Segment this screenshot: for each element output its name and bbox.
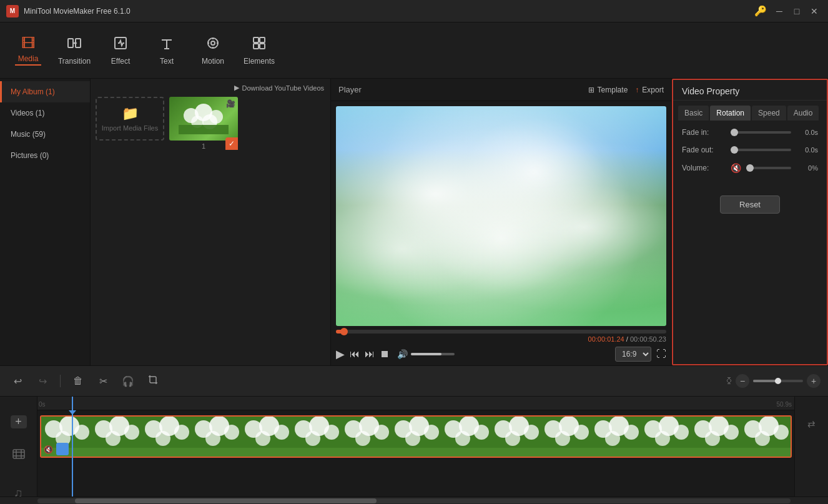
cut-clip-button[interactable]: ✂ <box>93 372 113 390</box>
redo-button[interactable]: ↪ <box>32 372 52 390</box>
svg-rect-5 <box>254 37 259 42</box>
volume-prop-slider[interactable] <box>746 167 791 169</box>
timeline-scrollbar[interactable] <box>0 497 828 504</box>
stop-button[interactable]: ⏹ <box>380 348 390 360</box>
sidebar-item-pictures[interactable]: Pictures (0) <box>0 145 90 166</box>
reset-button[interactable]: Reset <box>720 195 780 214</box>
fade-out-slider-wrap: 0.0s <box>731 146 818 154</box>
sidebar-item-videos[interactable]: Videos (1) <box>0 102 90 124</box>
scrollbar-thumb[interactable] <box>75 498 376 503</box>
volume-fill <box>411 353 441 355</box>
fade-in-slider[interactable] <box>731 131 791 134</box>
player-title: Player <box>338 85 362 94</box>
svg-rect-14 <box>179 125 229 134</box>
download-youtube-button[interactable]: ▶ Download YouTube Videos <box>234 84 325 92</box>
property-tabs: Basic Rotation Speed Audio <box>673 101 827 121</box>
video-frame <box>336 106 666 326</box>
tab-rotation[interactable]: Rotation <box>710 106 751 121</box>
progress-handle[interactable] <box>340 328 348 335</box>
fade-out-handle[interactable] <box>731 146 738 154</box>
media-top-bar: ▶ Download YouTube Videos <box>96 84 325 92</box>
fade-in-handle[interactable] <box>731 129 738 136</box>
volume-prop-slider-wrap: 🔇 0% <box>731 163 818 173</box>
svg-rect-15 <box>13 450 24 458</box>
cut-icon: ✂ <box>99 375 107 387</box>
zoom-out-button[interactable]: − <box>736 374 749 388</box>
crop-button[interactable] <box>143 372 163 390</box>
timeline: + ♫ 0s 50.9s <box>0 397 828 497</box>
export-icon: ↑ <box>635 86 639 94</box>
maximize-button[interactable]: □ <box>789 5 804 17</box>
media-thumbnail-1[interactable]: 🎥 ✓ 1 <box>169 97 238 150</box>
time-separator: / <box>624 335 630 343</box>
undo-button[interactable]: ↩ <box>7 372 27 390</box>
video-track-icon <box>9 447 29 461</box>
tab-audio[interactable]: Audio <box>787 106 819 121</box>
videos-label: Videos (1) <box>11 109 44 117</box>
tab-speed[interactable]: Speed <box>752 106 786 121</box>
toolbar-item-motion[interactable]: Motion <box>191 29 235 72</box>
selected-badge: ✓ <box>225 137 238 150</box>
volume-prop-handle[interactable] <box>746 164 754 172</box>
ruler-mark-50s: 50.9s <box>777 401 792 408</box>
aspect-ratio-select[interactable]: 16:9 9:16 4:3 1:1 <box>615 347 651 362</box>
template-icon: ⊞ <box>588 86 594 94</box>
video-display <box>336 106 666 326</box>
toolbar-item-effect[interactable]: Effect <box>99 29 142 72</box>
toolbar-item-elements[interactable]: Elements <box>237 29 281 72</box>
svg-rect-22 <box>41 417 791 457</box>
detach-audio-rail-button[interactable]: ⇄ <box>802 415 821 433</box>
template-button[interactable]: ⊞ Template <box>588 86 628 94</box>
tab-basic[interactable]: Basic <box>678 106 709 121</box>
close-button[interactable]: ✕ <box>807 5 822 17</box>
crop-icon <box>147 374 159 388</box>
speed-tab-label: Speed <box>758 109 780 117</box>
key-icon[interactable]: 🔑 <box>754 5 767 17</box>
progress-bar[interactable] <box>336 330 666 334</box>
svg-rect-7 <box>254 44 259 49</box>
template-label: Template <box>598 86 628 94</box>
import-label: Import Media Files <box>102 124 158 132</box>
toolbar-item-media[interactable]: 🎞 Media <box>6 29 50 72</box>
next-frame-button[interactable]: ⏭ <box>365 348 375 360</box>
app-logo: M <box>6 5 19 17</box>
toolbar: 🎞 Media Transition Effect Text <box>0 22 828 79</box>
left-panel: My Album (1) Videos (1) Music (59) Pictu… <box>0 79 331 365</box>
prev-frame-button[interactable]: ⏮ <box>350 348 360 360</box>
toolbar-item-text[interactable]: Text <box>145 29 189 72</box>
add-track-button[interactable]: + <box>11 415 27 428</box>
export-button[interactable]: ↑ Export <box>635 86 664 94</box>
zoom-in-button[interactable]: + <box>807 374 821 388</box>
track-mute-icon[interactable]: 🔇 <box>44 445 53 454</box>
minimize-button[interactable]: ─ <box>772 5 787 17</box>
volume-prop-label: Volume: <box>682 164 726 172</box>
timeline-controls: ↩ ↪ 🗑 ✂ 🎧 ⧲ − + <box>0 365 828 397</box>
delete-clip-button[interactable]: 🗑 <box>68 372 88 390</box>
redo-icon: ↪ <box>39 375 47 387</box>
logo-text: M <box>10 7 15 14</box>
zoom-track[interactable] <box>753 380 803 382</box>
volume-slider[interactable] <box>411 353 455 355</box>
elements-icon <box>252 36 267 54</box>
media-nav: My Album (1) Videos (1) Music (59) Pictu… <box>0 79 91 365</box>
music-note-icon: ♫ <box>14 486 23 497</box>
fade-in-row: Fade in: 0.0s <box>682 128 818 137</box>
fullscreen-button[interactable]: ⛶ <box>656 348 666 360</box>
sidebar-item-music[interactable]: Music (59) <box>0 124 90 145</box>
zoom-handle[interactable] <box>775 378 781 384</box>
video-track[interactable]: 🔇 <box>40 415 792 458</box>
import-media-box[interactable]: 📁 Import Media Files <box>96 97 164 141</box>
toolbar-item-transition[interactable]: Transition <box>52 29 96 72</box>
fade-out-label: Fade out: <box>682 146 726 154</box>
mute-icon[interactable]: 🔇 <box>731 163 741 173</box>
play-button[interactable]: ▶ <box>336 347 345 361</box>
volume-icon[interactable]: 🔊 <box>397 349 408 359</box>
folder-icon: 📁 <box>122 106 139 122</box>
fade-out-row: Fade out: 0.0s <box>682 146 818 154</box>
timeline-right-controls: ⧲ − + <box>727 374 821 388</box>
time-display: 00:00:01.24 / 00:00:50.23 <box>336 335 666 343</box>
audio-detach-button[interactable]: 🎧 <box>118 372 138 390</box>
sidebar-item-my-album[interactable]: My Album (1) <box>0 81 90 102</box>
fade-out-slider[interactable] <box>731 149 791 151</box>
timeline-playhead[interactable] <box>72 397 73 497</box>
